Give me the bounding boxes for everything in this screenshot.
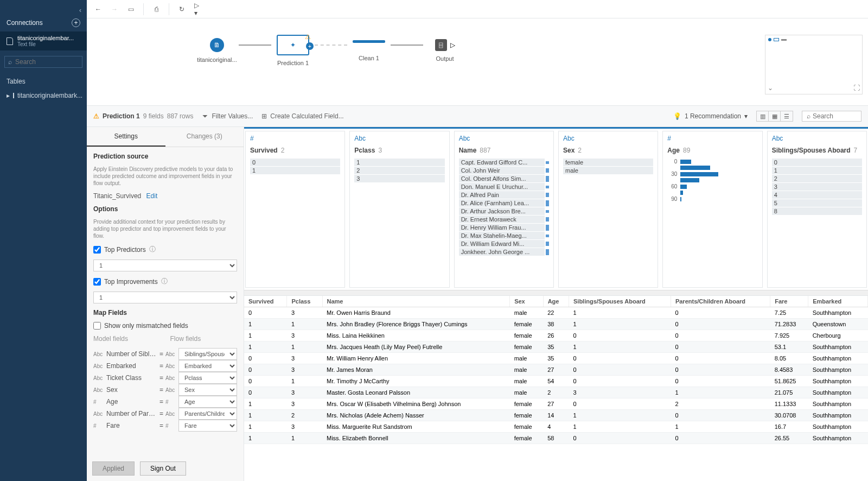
profile-card[interactable]: #Survived201 [245,131,345,288]
publish-icon[interactable]: ⎙ [151,4,161,14]
value-label[interactable]: Dr. Henry William Frau... [459,224,545,231]
top-pred-select[interactable]: 1 [93,260,237,271]
table-row[interactable]: 11Mrs. John Bradley (Florence Briggs Tha… [244,319,868,330]
forward-icon[interactable]: → [110,4,119,14]
value-label[interactable]: 0 [250,159,340,166]
flow-node-clean[interactable]: Clean 1 [347,40,391,61]
connection-item[interactable]: titanicoriginalembar... Text file [0,31,87,50]
collapse-sidebar-icon[interactable]: ‹ [0,7,87,14]
mismatch-check[interactable]: Show only mismatched fields [93,322,237,330]
list-view-icon[interactable]: ☰ [781,111,793,121]
table-row[interactable]: 13Miss. Marguerite Rut Sandstromfemale41… [244,421,868,433]
table-row[interactable]: 03Mr. Owen Harris Braundmale22107.25Sout… [244,307,868,319]
table-row[interactable]: 11Miss. Elizabeth Bonnellfemale580026.55… [244,433,868,444]
value-label[interactable]: Capt. Edward Gifford C... [459,159,545,166]
table-row[interactable]: 13Mrs. Oscar W (Elisabeth Vilhelmina Ber… [244,398,868,410]
refresh-icon[interactable]: ↻ [177,4,187,14]
save-icon[interactable]: ▭ [126,4,136,14]
run-flow-icon[interactable]: ▷ ▾ [194,4,204,14]
value-label[interactable]: 3 [354,175,444,182]
top-predictors-checkbox[interactable] [93,246,101,254]
table-row[interactable]: 03Mr. William Henry Allenmale35008.05Sou… [244,353,868,364]
flow-node-input[interactable]: 🗎 titanicoriginal... [195,38,239,63]
signout-button[interactable]: Sign Out [140,461,186,476]
flow-node-output[interactable]: ⌸ ▷ Output [423,39,467,62]
grid-view-icon[interactable]: ▦ [769,111,781,121]
mismatch-checkbox[interactable] [93,322,101,330]
calc-field-button[interactable]: ⊞ Create Calculated Field... [261,112,343,120]
profile-card[interactable]: AbcSex2femalemale [558,131,658,288]
minimap[interactable]: ⌄ ⛶ [765,35,863,94]
tab-settings[interactable]: Settings [87,127,165,147]
table-row[interactable]: 03Mr. James Moranmale27008.4583Southhamp… [244,364,868,376]
flow-canvas[interactable]: 🗎 titanicoriginal... ⚠ ✦ + Prediction 1 … [87,18,868,105]
value-label[interactable]: female [563,159,653,166]
table-row[interactable]: 11Mrs. Jacques Heath (Lily May Peel) Fut… [244,341,868,353]
value-label[interactable]: Dr. Ernest Moraweck [459,216,545,223]
value-label[interactable]: Col. John Weir [459,167,545,174]
profile-view-icon[interactable]: ▥ [757,111,769,121]
value-label[interactable]: 2 [354,167,444,174]
sidebar-search[interactable]: ⌕ [4,56,82,68]
info-icon[interactable]: ⓘ [149,245,156,254]
grid-header[interactable]: Name [322,296,510,307]
value-label[interactable]: Dr. Arthur Jackson Bre... [459,207,545,215]
value-label[interactable]: 8 [772,207,862,215]
value-label[interactable]: 1 [250,167,340,174]
run-node-icon[interactable]: ▷ [450,41,455,49]
flow-field-select[interactable]: Pclass [178,372,237,384]
back-icon[interactable]: ← [93,4,103,14]
top-imp-select[interactable]: 1 [93,292,237,303]
value-label[interactable]: 2 [772,175,862,182]
value-label[interactable]: 5 [772,199,862,207]
add-step-icon[interactable]: + [306,42,314,50]
grid-header[interactable]: Sex [510,296,543,307]
grid-header[interactable]: Fare [770,296,808,307]
value-label[interactable]: Dr. Alfred Pain [459,191,545,199]
grid-header[interactable]: Survived [244,296,287,307]
top-improvements-checkbox[interactable] [93,278,101,286]
table-row[interactable]: 12Mrs. Nicholas (Adele Achem) Nasserfema… [244,410,868,421]
value-label[interactable]: 4 [772,191,862,199]
table-row[interactable]: 13Miss. Laina Heikkinenfemale26007.925Ch… [244,330,868,341]
data-grid[interactable]: SurvivedPclassNameSexAgeSiblings/Spouses… [244,295,868,481]
view-toggle[interactable]: ▥ ▦ ☰ [756,111,793,122]
grid-header[interactable]: Parents/Children Aboard [671,296,770,307]
flow-field-select[interactable]: Age [178,396,237,408]
applied-button[interactable]: Applied [92,461,135,476]
info-icon[interactable]: ⓘ [161,277,168,286]
top-improvements-check[interactable]: Top Improvements ⓘ [93,277,237,286]
grid-header[interactable]: Pclass [287,296,322,307]
horizontal-scrollbar[interactable] [244,290,868,295]
flow-field-select[interactable]: Sex [178,384,237,396]
value-label[interactable]: 0 [772,159,862,166]
value-label[interactable]: 1 [772,167,862,174]
profile-card[interactable]: AbcPclass3123 [349,131,449,288]
sidebar-search-input[interactable] [15,58,79,66]
profile-card[interactable]: AbcName887Capt. Edward Gifford C...Col. … [454,131,554,288]
value-label[interactable]: male [563,167,653,174]
add-connection-icon[interactable]: + [72,18,80,27]
profile-search-input[interactable] [813,112,851,120]
expand-icon[interactable]: ⛶ [853,84,860,92]
profile-search[interactable]: ⌕ [802,111,861,122]
flow-field-select[interactable]: Fare [178,420,237,432]
value-label[interactable]: Don. Manuel E Uruchur... [459,183,545,191]
profile-card[interactable]: AbcSiblings/Spouses Aboard70123458 [767,131,867,288]
grid-header[interactable]: Age [543,296,569,307]
value-label[interactable]: Col. Oberst Alfons Sim... [459,175,545,182]
recommendations-button[interactable]: 💡 1 Recommendation ▾ [673,112,748,120]
tab-changes[interactable]: Changes (3) [165,127,244,147]
value-label[interactable]: 1 [354,159,444,166]
flow-node-prediction[interactable]: ⚠ ✦ + Prediction 1 [271,35,315,66]
table-row[interactable]: 03Master. Gosta Leonard Palssonmale23121… [244,387,868,398]
top-predictors-check[interactable]: Top Predictors ⓘ [93,245,237,254]
table-item[interactable]: ▸ titanicoriginalembark... [0,90,87,102]
value-label[interactable]: Dr. Max Stahelin-Maeg... [459,232,545,239]
table-row[interactable]: 01Mr. Timothy J McCarthymale540051.8625S… [244,376,868,387]
chevron-down-icon[interactable]: ⌄ [768,84,773,92]
grid-header[interactable]: Siblings/Spouses Aboard [569,296,671,307]
profile-card[interactable]: #Age890306090 [662,131,762,288]
grid-header[interactable]: Embarked [808,296,868,307]
flow-field-select[interactable]: Embarked [178,360,237,372]
